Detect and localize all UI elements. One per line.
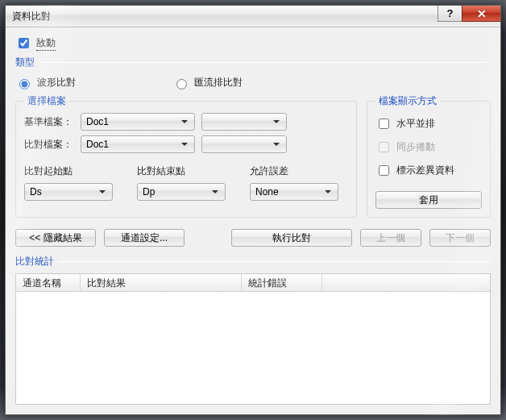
display-mark-checkbox[interactable]: 標示差異資料 bbox=[375, 163, 482, 178]
type-bus-input[interactable] bbox=[176, 79, 187, 89]
compare-file-combo[interactable]: Doc1 bbox=[81, 135, 195, 153]
run-compare-label: 執行比對 bbox=[272, 231, 311, 245]
col-spacer bbox=[322, 274, 490, 291]
tolerance-label: 允許誤差 bbox=[250, 164, 346, 178]
col-channel-name[interactable]: 通道名稱 bbox=[16, 274, 81, 291]
base-file-label: 基準檔案： bbox=[24, 115, 74, 129]
compare-file-aux-combo[interactable] bbox=[201, 135, 287, 153]
type-legend: 類型 bbox=[15, 56, 35, 69]
hide-results-label: << 隱藏結果 bbox=[29, 231, 81, 245]
type-waveform-label: 波形比對 bbox=[37, 76, 76, 89]
col-compare-result[interactable]: 比對結果 bbox=[81, 274, 242, 291]
compare-file-value: Doc1 bbox=[86, 139, 109, 150]
base-file-value: Doc1 bbox=[86, 116, 109, 127]
channel-settings-label: 通道設定... bbox=[121, 231, 168, 245]
type-bus-label: 匯流排比對 bbox=[194, 76, 243, 89]
range-start-combo[interactable]: Ds bbox=[24, 183, 113, 201]
hide-results-button[interactable]: << 隱藏結果 bbox=[15, 229, 96, 247]
range-start-value: Ds bbox=[30, 186, 42, 198]
display-mark-label: 標示差異資料 bbox=[396, 164, 454, 177]
client-area: 敔動 類型 波形比對 匯流排比對 選擇檔案 基準檔案： Doc1 bbox=[6, 27, 500, 414]
compare-file-label: 比對檔案： bbox=[24, 138, 74, 152]
apply-button[interactable]: 套用 bbox=[375, 191, 482, 209]
results-table-header: 通道名稱 比對結果 統計錯誤 bbox=[16, 274, 490, 292]
range-end-value: Dp bbox=[143, 186, 155, 198]
display-fieldset: 檔案顯示方式 水平並排 同步捲動 標示差異資料 套用 bbox=[367, 94, 491, 218]
enable-label: 敔動 bbox=[36, 36, 56, 51]
base-file-combo[interactable]: Doc1 bbox=[81, 113, 195, 131]
help-button[interactable]: ? bbox=[438, 6, 462, 22]
next-button[interactable]: 下一個 bbox=[429, 229, 491, 247]
display-sync-checkbox: 同步捲動 bbox=[375, 139, 482, 155]
tolerance-combo[interactable]: None bbox=[250, 183, 338, 201]
next-button-label: 下一個 bbox=[446, 231, 475, 245]
close-icon: ✕ bbox=[477, 7, 487, 20]
display-horiz-label: 水平並排 bbox=[396, 117, 435, 131]
titlebar: 資料比對 ? ✕ bbox=[6, 6, 500, 27]
stats-legend: 比對統計 bbox=[15, 255, 54, 268]
prev-button-label: 上一個 bbox=[376, 231, 405, 245]
files-legend: 選擇檔案 bbox=[24, 94, 69, 108]
range-start-label: 比對起始點 bbox=[24, 164, 121, 178]
files-fieldset: 選擇檔案 基準檔案： Doc1 比對檔案： Doc1 比對起始點 Ds 比對結束 bbox=[15, 94, 357, 218]
type-waveform-radio[interactable]: 波形比對 bbox=[15, 76, 76, 89]
dialog-window: 資料比對 ? ✕ 敔動 類型 波形比對 匯流排比對 選擇檔案 bbox=[5, 5, 501, 415]
tolerance-value: None bbox=[255, 186, 279, 198]
type-group: 波形比對 匯流排比對 bbox=[15, 76, 491, 89]
help-icon: ? bbox=[447, 7, 454, 19]
display-horiz-checkbox[interactable]: 水平並排 bbox=[375, 116, 482, 131]
col-error-stats[interactable]: 統計錯誤 bbox=[242, 274, 322, 291]
base-file-aux-combo[interactable] bbox=[201, 113, 287, 131]
run-compare-button[interactable]: 執行比對 bbox=[231, 229, 352, 247]
type-bus-radio[interactable]: 匯流排比對 bbox=[172, 76, 243, 89]
display-sync-input bbox=[379, 142, 389, 152]
display-sync-label: 同步捲動 bbox=[396, 140, 435, 154]
display-legend: 檔案顯示方式 bbox=[375, 94, 440, 108]
display-mark-input[interactable] bbox=[379, 165, 389, 176]
channel-settings-button[interactable]: 通道設定... bbox=[104, 229, 185, 247]
range-end-label: 比對結束點 bbox=[137, 164, 234, 178]
type-waveform-input[interactable] bbox=[19, 79, 30, 89]
apply-button-label: 套用 bbox=[419, 193, 438, 207]
window-title: 資料比對 bbox=[12, 10, 51, 23]
results-table[interactable]: 通道名稱 比對結果 統計錯誤 bbox=[15, 273, 491, 405]
close-button[interactable]: ✕ bbox=[462, 6, 500, 22]
range-end-combo[interactable]: Dp bbox=[137, 183, 226, 201]
enable-checkbox-input[interactable] bbox=[19, 38, 29, 48]
prev-button[interactable]: 上一個 bbox=[360, 229, 421, 247]
display-horiz-input[interactable] bbox=[379, 119, 389, 129]
results-table-body bbox=[16, 292, 490, 404]
enable-checkbox[interactable]: 敔動 bbox=[15, 35, 491, 51]
